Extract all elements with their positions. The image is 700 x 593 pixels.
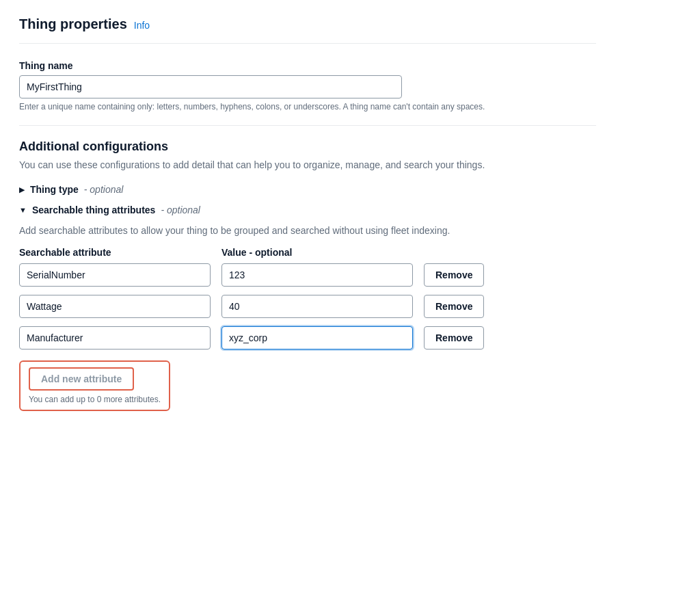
additional-config-title: Additional configurations [19, 140, 596, 154]
attributes-desc: Add searchable attributes to allow your … [19, 225, 596, 236]
remove-button-2[interactable]: Remove [424, 295, 484, 318]
page-container: Thing properties Info Thing name Enter a… [0, 0, 615, 427]
searchable-attrs-optional: - optional [161, 205, 200, 215]
searchable-attrs-arrow-icon: ▼ [19, 206, 27, 214]
attr-value-input-1[interactable] [221, 263, 413, 287]
attr-value-input-2[interactable] [221, 295, 413, 318]
add-new-attribute-button[interactable]: Add new attribute [29, 367, 134, 391]
additional-config-section: Additional configurations You can use th… [19, 140, 596, 411]
attr-name-input-1[interactable] [19, 263, 211, 287]
info-link[interactable]: Info [134, 20, 150, 31]
attribute-row: Remove [19, 295, 596, 318]
col-header-searchable: Searchable attribute [19, 247, 211, 258]
add-attr-wrapper: Add new attribute You can add up to 0 mo… [19, 360, 170, 411]
attributes-col-headers: Searchable attribute Value - optional [19, 247, 596, 258]
attribute-row: Remove [19, 326, 596, 350]
page-title: Thing properties [19, 16, 127, 32]
thing-type-label: Thing type [30, 184, 79, 195]
attr-value-input-3[interactable] [221, 326, 413, 350]
remove-button-1[interactable]: Remove [424, 263, 484, 287]
searchable-attrs-label: Searchable thing attributes [32, 205, 155, 215]
thing-name-label: Thing name [19, 60, 596, 71]
thing-type-optional: - optional [84, 184, 124, 195]
attribute-row: Remove [19, 263, 596, 287]
thing-name-hint: Enter a unique name containing only: let… [19, 102, 498, 111]
thing-name-group: Thing name Enter a unique name containin… [19, 60, 596, 111]
searchable-attrs-row[interactable]: ▼ Searchable thing attributes - optional [19, 205, 596, 215]
attr-name-input-2[interactable] [19, 295, 211, 318]
thing-type-row[interactable]: ▶ Thing type - optional [19, 184, 596, 195]
section-divider [19, 125, 596, 126]
add-attr-hint: You can add up to 0 more attributes. [29, 395, 161, 404]
thing-name-input[interactable] [19, 75, 402, 98]
remove-button-3[interactable]: Remove [424, 326, 484, 350]
thing-type-arrow-icon: ▶ [19, 185, 25, 194]
section-header: Thing properties Info [19, 16, 596, 44]
attr-name-input-3[interactable] [19, 326, 211, 350]
add-attr-section: Add new attribute You can add up to 0 mo… [19, 360, 596, 411]
attributes-section: Add searchable attributes to allow your … [19, 225, 596, 411]
col-header-value: Value - optional [221, 247, 413, 258]
additional-config-desc: You can use these configurations to add … [19, 159, 596, 170]
